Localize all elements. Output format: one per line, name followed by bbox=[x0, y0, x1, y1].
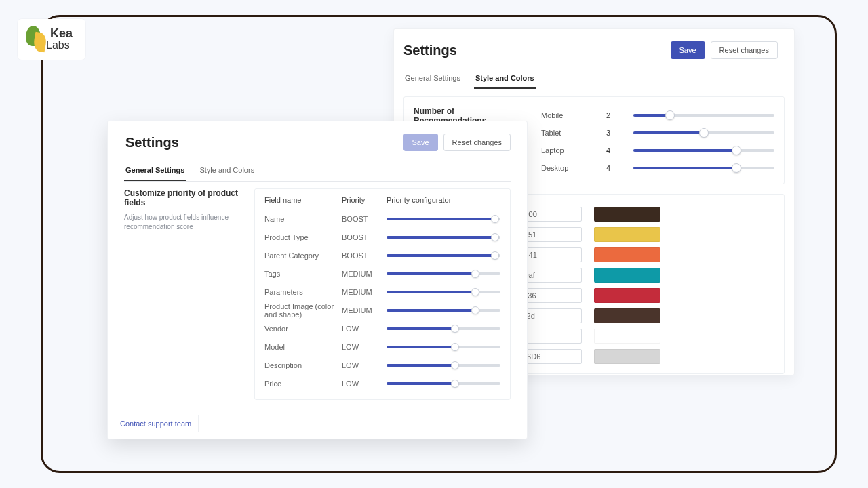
color-swatch[interactable] bbox=[594, 349, 660, 364]
rec-slider[interactable] bbox=[633, 131, 774, 134]
field-name: Name bbox=[264, 215, 342, 223]
priority-value: BOOST bbox=[342, 233, 387, 241]
section-subtext: Adjust how product fields influence reco… bbox=[124, 213, 246, 232]
priority-row: Product Type BOOST bbox=[264, 228, 500, 246]
save-button[interactable]: Save bbox=[671, 41, 705, 59]
field-name: Product Type bbox=[264, 233, 342, 241]
reset-button[interactable]: Reset changes bbox=[711, 41, 778, 59]
color-swatch[interactable] bbox=[594, 247, 660, 262]
priority-slider[interactable] bbox=[387, 291, 500, 293]
rec-row: Desktop 4 bbox=[541, 159, 774, 177]
priority-value: BOOST bbox=[342, 215, 387, 223]
parrot-icon bbox=[23, 26, 46, 53]
priority-value: LOW bbox=[342, 325, 387, 333]
save-button[interactable]: Save bbox=[403, 134, 438, 151]
priority-slider[interactable] bbox=[387, 218, 500, 220]
priority-value: LOW bbox=[342, 343, 387, 351]
priority-row: Model LOW bbox=[264, 338, 500, 356]
rec-value: 4 bbox=[606, 146, 633, 155]
field-name: Description bbox=[264, 361, 342, 369]
brand-logo: Kea Labs bbox=[18, 19, 85, 60]
logo-text-2: Labs bbox=[46, 39, 73, 52]
field-name: Tags bbox=[264, 270, 342, 278]
field-name: Parent Category bbox=[264, 251, 342, 260]
rec-row: Tablet 3 bbox=[541, 124, 774, 142]
field-name: Vendor bbox=[264, 325, 342, 333]
priority-row: Vendor LOW bbox=[264, 319, 500, 338]
priority-value: BOOST bbox=[342, 251, 387, 260]
section-heading: Customize priority of product fields bbox=[124, 188, 246, 207]
color-swatch[interactable] bbox=[594, 329, 660, 344]
priority-slider[interactable] bbox=[387, 346, 500, 348]
priority-value: LOW bbox=[342, 380, 387, 388]
priority-value: MEDIUM bbox=[342, 306, 387, 314]
priority-row: Tags MEDIUM bbox=[264, 264, 500, 283]
priority-row: Name BOOST bbox=[264, 209, 500, 228]
color-swatch[interactable] bbox=[594, 207, 660, 222]
priority-row: Parameters MEDIUM bbox=[264, 283, 500, 301]
page-title: Settings bbox=[125, 135, 179, 150]
rec-value: 2 bbox=[606, 111, 633, 119]
priority-value: MEDIUM bbox=[342, 288, 387, 296]
rec-value: 4 bbox=[606, 164, 633, 172]
field-name: Model bbox=[264, 343, 342, 351]
rec-slider[interactable] bbox=[633, 167, 774, 169]
contact-support-link[interactable]: Contact support team bbox=[113, 415, 199, 432]
field-name: Parameters bbox=[264, 288, 342, 296]
priority-slider[interactable] bbox=[387, 382, 500, 385]
rec-label: Desktop bbox=[541, 164, 606, 172]
col-priority: Priority bbox=[342, 196, 387, 204]
reset-button[interactable]: Reset changes bbox=[443, 134, 511, 151]
col-field-name: Field name bbox=[264, 196, 342, 204]
field-name: Price bbox=[264, 380, 342, 388]
page-title: Settings bbox=[403, 43, 457, 58]
color-swatch[interactable] bbox=[594, 227, 660, 242]
rec-label: Laptop bbox=[541, 146, 606, 155]
color-swatch[interactable] bbox=[594, 288, 660, 303]
col-configurator: Priority configurator bbox=[387, 196, 500, 204]
priority-value: LOW bbox=[342, 361, 387, 369]
priority-slider[interactable] bbox=[387, 309, 500, 312]
priority-row: Description LOW bbox=[264, 356, 500, 374]
rec-slider[interactable] bbox=[633, 149, 774, 152]
logo-text-1: Kea bbox=[50, 27, 73, 39]
rec-value: 3 bbox=[606, 129, 633, 137]
rec-label: Mobile bbox=[541, 111, 606, 119]
priority-table: Field name Priority Priority configurato… bbox=[254, 188, 511, 400]
color-swatch[interactable] bbox=[594, 308, 660, 323]
tab-style[interactable]: Style and Colors bbox=[474, 68, 536, 89]
priority-slider[interactable] bbox=[387, 364, 500, 367]
tab-style[interactable]: Style and Colors bbox=[198, 161, 256, 181]
rec-row: Mobile 2 bbox=[541, 106, 774, 124]
rec-slider[interactable] bbox=[633, 114, 774, 117]
priority-row: Price LOW bbox=[264, 374, 500, 392]
color-swatch[interactable] bbox=[594, 268, 660, 283]
rec-row: Laptop 4 bbox=[541, 142, 774, 159]
priority-slider[interactable] bbox=[387, 254, 500, 257]
priority-row: Product Image (color and shape) MEDIUM bbox=[264, 301, 500, 319]
field-name: Product Image (color and shape) bbox=[264, 302, 342, 319]
priority-slider[interactable] bbox=[387, 236, 500, 239]
priority-value: MEDIUM bbox=[342, 270, 387, 278]
tab-general[interactable]: General Settings bbox=[403, 68, 462, 89]
priority-row: Parent Category BOOST bbox=[264, 246, 500, 264]
priority-slider[interactable] bbox=[387, 327, 500, 330]
priority-slider[interactable] bbox=[387, 272, 500, 275]
tab-general[interactable]: General Settings bbox=[124, 161, 186, 181]
rec-label: Tablet bbox=[541, 129, 606, 137]
settings-panel-general: Settings Save Reset changes General Sett… bbox=[107, 121, 528, 439]
